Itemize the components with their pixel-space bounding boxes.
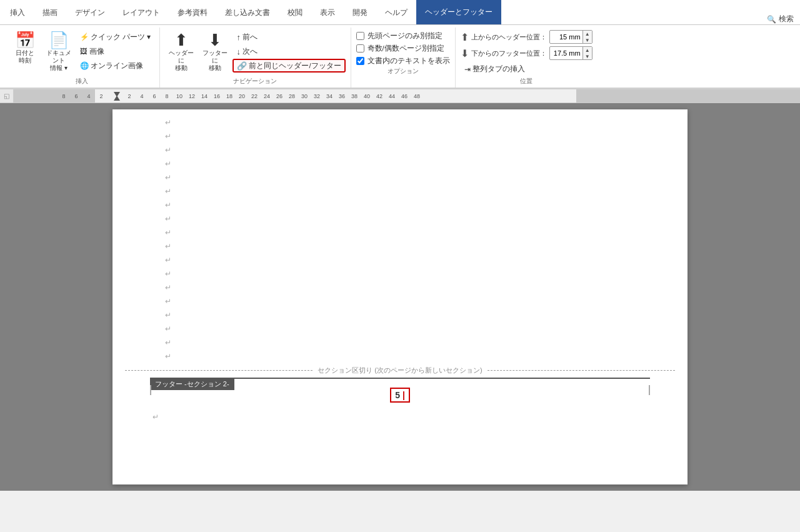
tab-insert[interactable]: 挿入 (1, 1, 34, 24)
svg-text:20: 20 (239, 93, 245, 99)
pilcrow-2: ↵ (165, 132, 171, 141)
svg-text:8: 8 (165, 93, 168, 99)
align-tab-button[interactable]: ⇥ 整列タブの挿入 (461, 63, 592, 76)
position-controls: ⬆ 上からのヘッダー位置： ▲ ▼ ⬇ 下からのフッター位置： (461, 28, 592, 76)
svg-text:32: 32 (314, 93, 320, 99)
line-11: ↵ (162, 253, 638, 267)
ribbon-content: 📅 日付と時刻 📄 ドキュメント情報 ▾ ⚡ クイック パーツ ▾ 🖼 画像 (0, 25, 800, 89)
pilcrow-7: ↵ (165, 201, 171, 209)
goto-header-icon: ⬆ (174, 32, 188, 48)
picture-button[interactable]: 🖼 画像 (76, 44, 154, 58)
search-icon: 🔍 (767, 15, 776, 24)
footer-pos-down[interactable]: ▼ (583, 53, 592, 59)
footer-pos-input[interactable] (550, 49, 582, 58)
header-pos-down[interactable]: ▼ (583, 37, 592, 43)
svg-text:24: 24 (264, 93, 270, 99)
svg-text:40: 40 (364, 93, 370, 99)
tab-design[interactable]: デザイン (66, 1, 114, 24)
ruler: // This will be drawn via JS below 8 6 4… (14, 89, 800, 103)
line-8: ↵ (162, 212, 638, 226)
svg-text:4: 4 (87, 93, 90, 99)
goto-footer-button[interactable]: ⬇ フッターに移動 (199, 30, 231, 74)
header-pos-spinner[interactable]: ▲ ▼ (549, 30, 592, 44)
tab-references[interactable]: 参考資料 (169, 1, 216, 24)
group-insert: 📅 日付と時刻 📄 ドキュメント情報 ▾ ⚡ クイック パーツ ▾ 🖼 画像 (4, 28, 160, 88)
svg-text:14: 14 (201, 93, 208, 99)
link-prev-button[interactable]: 🔗 前と同じヘッダー/フッター (232, 59, 345, 73)
svg-text:48: 48 (414, 93, 420, 99)
pilcrow-13: ↵ (165, 283, 171, 292)
link-prev-label: 前と同じヘッダー/フッター (249, 61, 341, 71)
document-area[interactable]: ↵ ↵ ↵ ↵ ↵ ↵ ↵ ↵ ↵ ↵ ↵ ↵ ↵ ↵ ↵ ↵ ↵ ↵ セクショ… (0, 103, 800, 491)
tab-header-footer[interactable]: ヘッダーとフッター (416, 0, 501, 24)
line-2: ↵ (162, 129, 638, 143)
svg-text:36: 36 (339, 93, 345, 99)
line-12: ↵ (162, 267, 638, 281)
odd-even-option[interactable]: 奇数/偶数ページ別指定 (356, 44, 450, 53)
header-pos-icon: ⬆ (461, 31, 469, 43)
svg-text:46: 46 (401, 93, 408, 99)
prev-button[interactable]: ↑ 前へ (232, 30, 345, 44)
tab-draw[interactable]: 描画 (34, 1, 66, 24)
goto-header-button[interactable]: ⬆ ヘッダーに移動 (165, 30, 198, 74)
section-break-line-right (488, 370, 675, 371)
tab-help[interactable]: ヘルプ (376, 1, 416, 24)
link-prev-icon: 🔗 (237, 61, 247, 71)
prev-label: 前へ (242, 33, 258, 42)
svg-text:2: 2 (128, 93, 131, 99)
tab-layout[interactable]: レイアウト (114, 1, 169, 24)
svg-text:8: 8 (62, 93, 65, 99)
line-14: ↵ (162, 294, 638, 308)
line-10: ↵ (162, 239, 638, 253)
svg-text:30: 30 (301, 93, 308, 99)
first-page-label: 先頭ページのみ別指定 (368, 31, 442, 41)
show-text-option[interactable]: 文書内のテキストを表示 (356, 56, 450, 66)
svg-text:44: 44 (389, 93, 395, 99)
svg-text:42: 42 (376, 93, 382, 99)
tab-develop[interactable]: 開発 (344, 1, 376, 24)
odd-even-checkbox[interactable] (356, 44, 364, 53)
online-picture-label: オンライン画像 (91, 61, 143, 71)
line-13: ↵ (162, 281, 638, 294)
line-1: ↵ (162, 116, 638, 129)
footer-pos-up[interactable]: ▲ (583, 47, 592, 53)
line-6: ↵ (162, 184, 638, 198)
pilcrow-18: ↵ (165, 352, 171, 361)
header-pos-input[interactable] (550, 33, 582, 41)
header-position-row: ⬆ 上からのヘッダー位置： ▲ ▼ (461, 30, 592, 44)
tab-view[interactable]: 表示 (311, 1, 344, 24)
line-5: ↵ (162, 171, 638, 184)
svg-text:12: 12 (189, 93, 195, 99)
next-button[interactable]: ↓ 次へ (232, 44, 345, 58)
quickparts-icon: ⚡ (80, 33, 89, 41)
tab-review[interactable]: 校閲 (279, 1, 311, 24)
first-page-option[interactable]: 先頭ページのみ別指定 (356, 31, 450, 41)
footer-pos-spinner[interactable]: ▲ ▼ (549, 46, 592, 60)
first-page-checkbox[interactable] (356, 32, 364, 40)
pilcrow-9: ↵ (165, 228, 171, 237)
online-picture-button[interactable]: 🌐 オンライン画像 (76, 59, 154, 73)
line-3: ↵ (162, 143, 638, 157)
pilcrow-15: ↵ (165, 311, 171, 319)
odd-even-label: 奇数/偶数ページ別指定 (368, 44, 444, 53)
quickparts-button[interactable]: ⚡ クイック パーツ ▾ (76, 30, 154, 44)
pilcrow-10: ↵ (165, 242, 171, 251)
docinfo-label: ドキュメント情報 ▾ (44, 49, 74, 72)
goto-footer-icon: ⬇ (208, 32, 222, 48)
nav-stack: ↑ 前へ ↓ 次へ 🔗 前と同じヘッダー/フッター (232, 30, 345, 73)
datetime-button[interactable]: 📅 日付と時刻 (9, 30, 41, 66)
docinfo-icon: 📄 (49, 32, 69, 48)
ruler-svg: // This will be drawn via JS below 8 6 4… (14, 89, 800, 103)
svg-text:10: 10 (176, 93, 182, 99)
footer-pos-label: 下からのフッター位置： (471, 49, 547, 58)
search-area: 🔍 検索 (767, 14, 800, 24)
header-pos-up[interactable]: ▲ (583, 31, 592, 37)
header-pos-btns: ▲ ▼ (582, 31, 592, 43)
docinfo-button[interactable]: 📄 ドキュメント情報 ▾ (42, 30, 75, 74)
picture-label: 画像 (89, 47, 104, 56)
tab-mailings[interactable]: 差し込み文書 (216, 1, 279, 24)
goto-footer-label: フッターに移動 (200, 49, 230, 72)
line-4: ↵ (162, 157, 638, 171)
next-label: 次へ (242, 47, 258, 56)
show-text-checkbox[interactable] (356, 57, 364, 65)
